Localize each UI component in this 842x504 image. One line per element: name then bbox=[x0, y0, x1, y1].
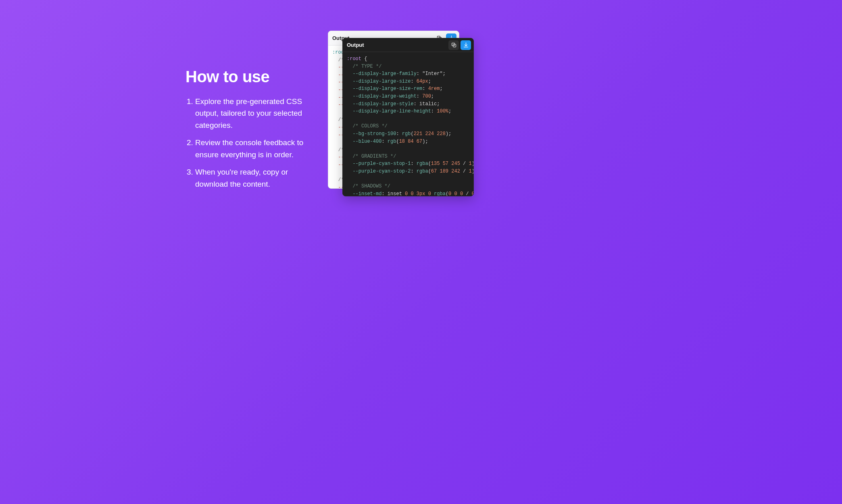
output-panel-dark: Output :root { /* TYPE */ --display-larg… bbox=[342, 38, 474, 196]
download-icon bbox=[463, 42, 469, 48]
instructions-step: Review the console feedback to ensure ev… bbox=[195, 137, 315, 160]
output-panel-dark-title: Output bbox=[347, 42, 364, 48]
instructions-list: Explore the pre-generated CSS output, ta… bbox=[185, 96, 315, 190]
copy-button[interactable] bbox=[448, 40, 459, 50]
copy-icon bbox=[451, 42, 457, 48]
instructions-heading: How to use bbox=[185, 68, 315, 86]
output-panel-dark-body: :root { /* TYPE */ --display-large-famil… bbox=[343, 52, 473, 196]
download-button[interactable] bbox=[461, 40, 471, 50]
instructions-step: When you're ready, copy or download the … bbox=[195, 166, 315, 190]
instructions-step: Explore the pre-generated CSS output, ta… bbox=[195, 96, 315, 131]
output-panel-dark-header: Output bbox=[343, 38, 473, 52]
instructions-block: How to use Explore the pre-generated CSS… bbox=[185, 68, 315, 196]
